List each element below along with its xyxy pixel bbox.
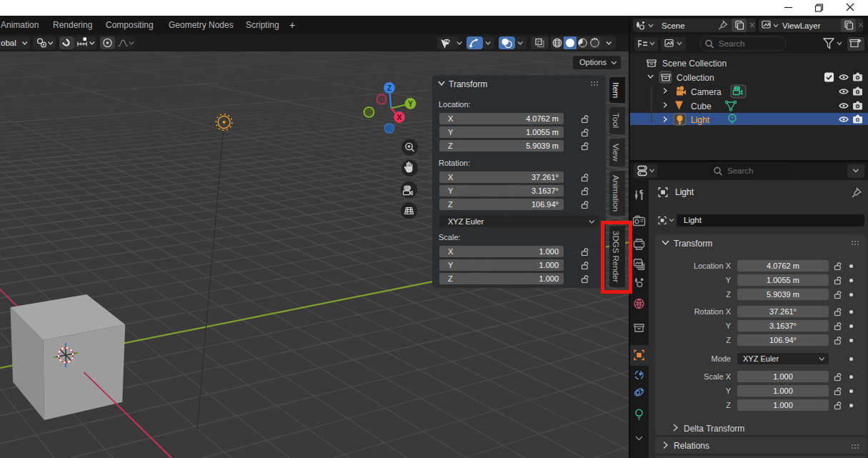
svg-text:Delta Transform: Delta Transform: [684, 424, 744, 434]
svg-text:Z: Z: [387, 84, 392, 92]
svg-text:Cube: Cube: [691, 101, 712, 111]
svg-text:obal: obal: [1, 39, 16, 47]
svg-text:Transform: Transform: [674, 239, 712, 249]
svg-text:Relations: Relations: [674, 441, 709, 451]
svg-text:Scene: Scene: [662, 21, 685, 30]
svg-text:Light: Light: [691, 115, 710, 125]
svg-text:Collection: Collection: [677, 73, 714, 83]
svg-text:Light: Light: [675, 187, 694, 197]
svg-text:Transform: Transform: [449, 79, 487, 89]
svg-text:Search: Search: [727, 166, 753, 175]
svg-text:ViewLayer: ViewLayer: [782, 21, 821, 30]
svg-text:Y: Y: [408, 99, 413, 108]
svg-text:Search: Search: [719, 39, 744, 48]
svg-text:Camera: Camera: [691, 87, 722, 97]
svg-text:Scene Collection: Scene Collection: [662, 59, 727, 69]
svg-text:X: X: [396, 113, 401, 121]
